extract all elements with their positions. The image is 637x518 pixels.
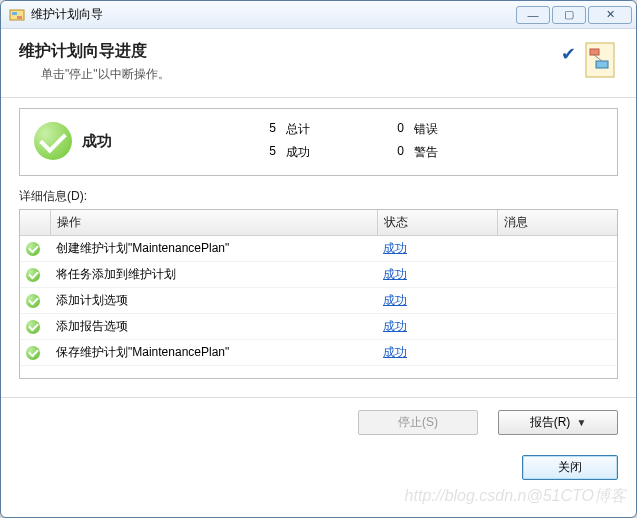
- success-count-label: 成功: [286, 144, 310, 161]
- cell-status: 成功: [377, 314, 497, 340]
- col-message[interactable]: 消息: [497, 210, 617, 236]
- cell-message: [497, 314, 617, 340]
- table-row[interactable]: 添加报告选项成功: [20, 314, 617, 340]
- button-row: 停止(S) 报告(R)▼: [1, 397, 636, 447]
- success-icon: [26, 268, 40, 282]
- cell-action: 添加计划选项: [50, 288, 377, 314]
- success-icon: [26, 294, 40, 308]
- details-label: 详细信息(D):: [19, 188, 618, 205]
- svg-rect-2: [17, 16, 22, 19]
- cell-status: 成功: [377, 262, 497, 288]
- close-window-button[interactable]: ✕: [588, 6, 632, 24]
- details-table: 操作 状态 消息 创建维护计划"MaintenancePlan"成功将任务添加到…: [20, 210, 617, 366]
- cell-message: [497, 288, 617, 314]
- col-action[interactable]: 操作: [50, 210, 377, 236]
- window-title: 维护计划向导: [31, 6, 516, 23]
- status-label: 成功: [82, 132, 262, 151]
- checkmark-icon: ✔: [561, 43, 576, 65]
- cell-status: 成功: [377, 340, 497, 366]
- success-icon: [34, 122, 72, 160]
- titlebar: 维护计划向导 — ▢ ✕: [1, 1, 636, 29]
- total-count: 5: [262, 121, 276, 138]
- svg-rect-4: [590, 49, 599, 55]
- cell-status: 成功: [377, 288, 497, 314]
- details-table-container: 操作 状态 消息 创建维护计划"MaintenancePlan"成功将任务添加到…: [19, 209, 618, 379]
- stop-button: 停止(S): [358, 410, 478, 435]
- svg-rect-5: [596, 61, 608, 68]
- wizard-icon: [584, 41, 620, 79]
- svg-rect-1: [12, 12, 17, 15]
- cell-action: 添加报告选项: [50, 314, 377, 340]
- total-label: 总计: [286, 121, 310, 138]
- success-icon: [26, 346, 40, 360]
- page-subtitle: 单击"停止"以中断操作。: [41, 66, 561, 83]
- table-row[interactable]: 创建维护计划"MaintenancePlan"成功: [20, 236, 617, 262]
- success-count: 5: [262, 144, 276, 161]
- wizard-window: 维护计划向导 — ▢ ✕ 维护计划向导进度 单击"停止"以中断操作。 ✔ 成功: [0, 0, 637, 518]
- chevron-down-icon: ▼: [576, 417, 586, 428]
- minimize-button[interactable]: —: [516, 6, 550, 24]
- body: 成功 5总计 5成功 0错误 0警告 详细信息(D): 操作: [1, 98, 636, 379]
- cell-action: 保存维护计划"MaintenancePlan": [50, 340, 377, 366]
- warning-label: 警告: [414, 144, 438, 161]
- app-icon: [9, 7, 25, 23]
- maximize-button[interactable]: ▢: [552, 6, 586, 24]
- table-row[interactable]: 添加计划选项成功: [20, 288, 617, 314]
- window-controls: — ▢ ✕: [516, 6, 632, 24]
- success-icon: [26, 242, 40, 256]
- cell-message: [497, 340, 617, 366]
- cell-action: 创建维护计划"MaintenancePlan": [50, 236, 377, 262]
- warning-count: 0: [390, 144, 404, 161]
- table-row[interactable]: 将任务添加到维护计划成功: [20, 262, 617, 288]
- error-label: 错误: [414, 121, 438, 138]
- table-row[interactable]: 保存维护计划"MaintenancePlan"成功: [20, 340, 617, 366]
- wizard-header: 维护计划向导进度 单击"停止"以中断操作。 ✔: [1, 29, 636, 98]
- error-count: 0: [390, 121, 404, 138]
- cell-action: 将任务添加到维护计划: [50, 262, 377, 288]
- cell-message: [497, 236, 617, 262]
- success-icon: [26, 320, 40, 334]
- summary-box: 成功 5总计 5成功 0错误 0警告: [19, 108, 618, 176]
- report-button[interactable]: 报告(R)▼: [498, 410, 618, 435]
- footer-row: 关闭: [1, 447, 636, 494]
- close-button[interactable]: 关闭: [522, 455, 618, 480]
- cell-message: [497, 262, 617, 288]
- col-status[interactable]: 状态: [377, 210, 497, 236]
- page-title: 维护计划向导进度: [19, 41, 561, 62]
- cell-status: 成功: [377, 236, 497, 262]
